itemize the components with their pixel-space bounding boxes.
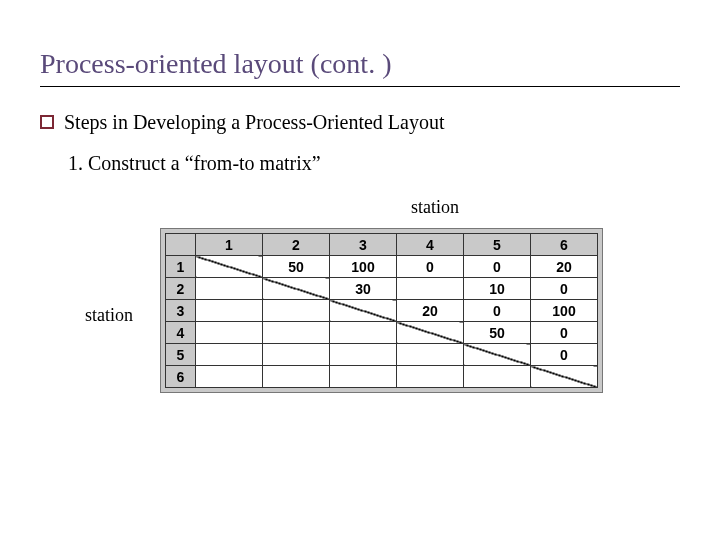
blank-cell [196, 278, 263, 300]
blank-cell [330, 366, 397, 388]
data-cell: 100 [531, 300, 598, 322]
table-row: 4 50 0 [166, 322, 598, 344]
col-header: 3 [330, 234, 397, 256]
table-row: 1 50 100 0 0 20 [166, 256, 598, 278]
data-cell: 100 [330, 256, 397, 278]
diag-cell [464, 344, 531, 366]
data-cell [397, 278, 464, 300]
diag-cell [531, 366, 598, 388]
col-header: 2 [263, 234, 330, 256]
row-header: 6 [166, 366, 196, 388]
col-header: 5 [464, 234, 531, 256]
header-row: 1 2 3 4 5 6 [166, 234, 598, 256]
table-row: 2 30 10 0 [166, 278, 598, 300]
row-header: 1 [166, 256, 196, 278]
data-cell: 0 [397, 256, 464, 278]
row-header: 2 [166, 278, 196, 300]
table-row: 5 0 [166, 344, 598, 366]
blank-cell [397, 344, 464, 366]
data-cell: 0 [531, 322, 598, 344]
blank-cell [196, 344, 263, 366]
blank-cell [464, 366, 531, 388]
data-cell: 20 [397, 300, 464, 322]
data-cell: 30 [330, 278, 397, 300]
corner-cell [166, 234, 196, 256]
data-cell: 0 [464, 256, 531, 278]
col-header: 4 [397, 234, 464, 256]
diag-cell [263, 278, 330, 300]
slide-title: Process-oriented layout (cont. ) [40, 48, 680, 87]
row-header: 5 [166, 344, 196, 366]
data-cell: 20 [531, 256, 598, 278]
blank-cell [330, 322, 397, 344]
station-label-left: station [85, 305, 133, 326]
blank-cell [263, 366, 330, 388]
step-1-text: 1. Construct a “from-to matrix” [68, 152, 680, 175]
table-row: 3 20 0 100 [166, 300, 598, 322]
blank-cell [263, 322, 330, 344]
blank-cell [330, 344, 397, 366]
bullet-text: Steps in Developing a Process-Oriented L… [64, 111, 444, 134]
row-header: 3 [166, 300, 196, 322]
data-cell: 50 [464, 322, 531, 344]
blank-cell [196, 322, 263, 344]
blank-cell [196, 300, 263, 322]
table-row: 6 [166, 366, 598, 388]
blank-cell [397, 366, 464, 388]
blank-cell [263, 344, 330, 366]
col-header: 1 [196, 234, 263, 256]
square-bullet-icon [40, 115, 54, 129]
data-cell: 10 [464, 278, 531, 300]
blank-cell [196, 366, 263, 388]
matrix-area: station station 1 2 3 4 5 6 1 50 100 [40, 197, 680, 397]
data-cell: 50 [263, 256, 330, 278]
matrix-table: 1 2 3 4 5 6 1 50 100 0 0 20 2 [165, 233, 598, 388]
data-cell: 0 [464, 300, 531, 322]
diag-cell [330, 300, 397, 322]
diag-cell [196, 256, 263, 278]
bullet-row: Steps in Developing a Process-Oriented L… [40, 111, 680, 134]
col-header: 6 [531, 234, 598, 256]
blank-cell [263, 300, 330, 322]
from-to-matrix: 1 2 3 4 5 6 1 50 100 0 0 20 2 [160, 228, 603, 393]
station-label-top: station [230, 197, 640, 218]
data-cell: 0 [531, 344, 598, 366]
row-header: 4 [166, 322, 196, 344]
diag-cell [397, 322, 464, 344]
data-cell: 0 [531, 278, 598, 300]
